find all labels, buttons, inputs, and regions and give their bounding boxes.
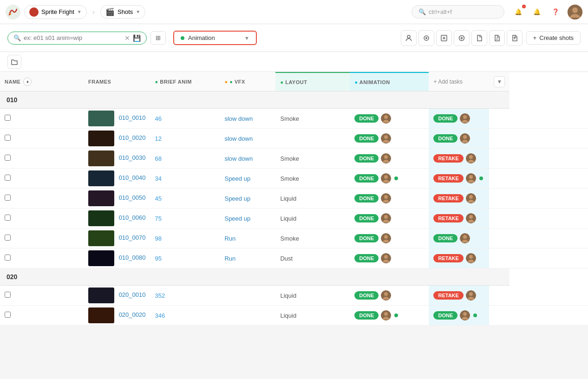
row-checkbox-cell[interactable] <box>0 209 84 229</box>
filter-button[interactable]: ⊞ <box>150 31 166 45</box>
col-header-frames: Frames <box>84 72 150 91</box>
svg-point-32 <box>469 175 473 179</box>
svg-point-14 <box>463 115 467 119</box>
shot-name[interactable]: 010_0050 <box>119 194 146 201</box>
collapse-button[interactable]: ▼ <box>494 76 505 87</box>
shot-search-input[interactable] <box>24 34 122 41</box>
circle-icon-button[interactable] <box>418 30 434 46</box>
project-selector[interactable]: Sprite Fright ▼ <box>24 5 87 19</box>
shot-name[interactable]: 010_0040 <box>119 174 146 181</box>
animation-cell[interactable]: RETAKE <box>429 169 489 189</box>
person-icon-button[interactable] <box>401 30 417 46</box>
frames-cell: 12 <box>150 129 220 149</box>
add-column-button[interactable]: + <box>23 78 32 86</box>
scroll-cell <box>510 129 588 149</box>
shot-name[interactable]: 010_0020 <box>119 134 146 141</box>
expand-icon-button[interactable] <box>436 30 452 46</box>
create-shots-button[interactable]: + Create shots <box>526 31 581 45</box>
layout-cell-inner: DONE <box>354 173 424 183</box>
shot-name[interactable]: 020_0020 <box>119 311 146 318</box>
alerts-button[interactable]: 🔔 <box>530 6 543 19</box>
plus-circle-icon-button[interactable] <box>454 30 470 46</box>
shot-name[interactable]: 010_0060 <box>119 214 146 221</box>
task-type-chevron-icon: ▼ <box>244 35 249 41</box>
animation-cell-inner: RETAKE <box>433 213 484 223</box>
notifications-button[interactable]: 🔔 <box>512 6 525 19</box>
row-checkbox[interactable] <box>5 255 11 261</box>
layout-cell[interactable]: DONE <box>350 189 429 209</box>
row-checkbox-cell[interactable] <box>0 189 84 209</box>
brief-value: Run <box>224 235 235 242</box>
svg-point-1 <box>9 13 11 15</box>
svg-rect-58 <box>88 288 114 303</box>
layout-cell[interactable]: DONE <box>350 109 429 129</box>
layout-cell[interactable]: DONE <box>350 129 429 149</box>
svg-rect-10 <box>88 111 114 126</box>
search-clear-button[interactable]: ✕ <box>124 34 130 42</box>
layout-cell[interactable]: DONE <box>350 306 429 326</box>
animation-cell[interactable]: DONE <box>429 109 489 129</box>
animation-cell[interactable]: RETAKE <box>429 149 489 169</box>
help-button[interactable]: ❓ <box>549 6 562 19</box>
row-checkbox-cell[interactable] <box>0 229 84 248</box>
layout-cell[interactable]: DONE <box>350 169 429 189</box>
layout-cell[interactable]: DONE <box>350 149 429 169</box>
vfx-cell: Dust <box>275 248 350 268</box>
layout-cell[interactable]: DONE <box>350 209 429 229</box>
svg-point-3 <box>572 7 578 13</box>
row-checkbox[interactable] <box>5 235 11 241</box>
upload-icon-button[interactable] <box>507 30 523 46</box>
row-checkbox-cell[interactable] <box>0 248 84 268</box>
row-checkbox[interactable] <box>5 312 11 318</box>
shots-selector[interactable]: 🎬 Shots ▼ <box>100 5 145 19</box>
row-checkbox-cell[interactable] <box>0 129 84 149</box>
row-checkbox[interactable] <box>5 175 11 181</box>
row-checkbox-cell[interactable] <box>0 306 84 326</box>
row-checkbox[interactable] <box>5 292 11 298</box>
user-avatar[interactable] <box>568 5 582 20</box>
status-badge: RETAKE <box>433 174 463 183</box>
animation-cell[interactable]: RETAKE <box>429 209 489 229</box>
animation-cell[interactable]: RETAKE <box>429 248 489 268</box>
layout-cell[interactable]: DONE <box>350 248 429 268</box>
file-alt-icon-button[interactable] <box>489 30 505 46</box>
row-checkbox-cell[interactable] <box>0 109 84 129</box>
svg-point-36 <box>384 195 388 199</box>
row-checkbox-cell[interactable] <box>0 286 84 306</box>
folder-icon-button[interactable] <box>7 55 21 69</box>
animation-cell[interactable]: DONE <box>429 129 489 149</box>
layout-cell[interactable]: DONE <box>350 286 429 306</box>
shot-name[interactable]: 010_0080 <box>119 254 146 261</box>
row-checkbox[interactable] <box>5 195 11 201</box>
row-checkbox[interactable] <box>5 155 11 161</box>
file-icon-button[interactable] <box>471 30 487 46</box>
vfx-cell: Liquid <box>275 306 350 326</box>
task-type-selector[interactable]: Animation ▼ <box>173 31 257 45</box>
row-checkbox[interactable] <box>5 115 11 121</box>
row-checkbox-cell[interactable] <box>0 149 84 169</box>
animation-cell[interactable]: DONE <box>429 229 489 248</box>
svg-point-68 <box>463 312 467 316</box>
status-badge: RETAKE <box>433 154 463 163</box>
shot-search-box[interactable]: 🔍 ✕ 💾 <box>7 32 147 45</box>
row-checkbox[interactable] <box>5 215 11 221</box>
animation-cell[interactable]: RETAKE <box>429 286 489 306</box>
add-tasks-button[interactable]: + Add tasks <box>433 78 462 85</box>
layout-cell-inner: DONE <box>354 153 424 163</box>
app-logo[interactable] <box>6 5 20 20</box>
row-checkbox[interactable] <box>5 135 11 141</box>
animation-cell[interactable]: DONE <box>429 306 489 326</box>
animation-cell[interactable]: RETAKE <box>429 189 489 209</box>
status-badge: DONE <box>354 234 379 242</box>
search-save-button[interactable]: 💾 <box>133 34 141 42</box>
status-badge: DONE <box>433 134 457 143</box>
shot-name[interactable]: 010_0030 <box>119 154 146 161</box>
shot-name[interactable]: 010_0010 <box>119 114 146 121</box>
shot-name[interactable]: 010_0070 <box>119 234 146 241</box>
shot-name[interactable]: 020_0010 <box>119 291 146 298</box>
brief-value: slow down <box>224 155 253 162</box>
layout-cell[interactable]: DONE <box>350 229 429 248</box>
global-search[interactable]: 🔍 ctrl+alt+f <box>412 5 504 19</box>
row-checkbox-cell[interactable] <box>0 169 84 189</box>
layout-cell-inner: DONE <box>354 193 424 203</box>
